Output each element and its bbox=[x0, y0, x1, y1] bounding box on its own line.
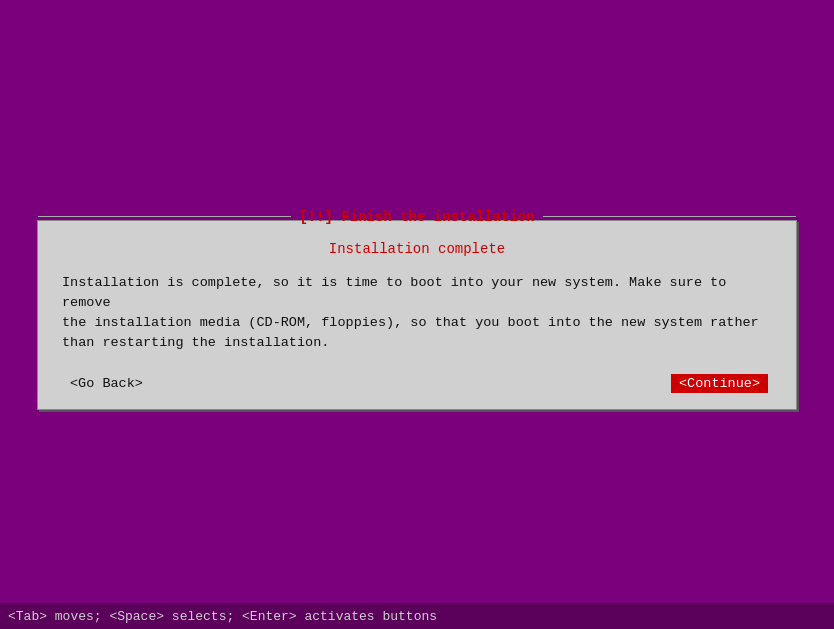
go-back-button[interactable]: <Go Back> bbox=[66, 374, 147, 393]
status-bar: <Tab> moves; <Space> selects; <Enter> ac… bbox=[0, 603, 834, 629]
dialog-subtitle: Installation complete bbox=[62, 241, 772, 257]
title-line-left bbox=[38, 216, 291, 217]
continue-button[interactable]: <Continue> bbox=[671, 374, 768, 393]
finish-installation-dialog: [!!] Finish the installation Installatio… bbox=[37, 220, 797, 410]
title-line-right bbox=[543, 216, 796, 217]
status-bar-text: <Tab> moves; <Space> selects; <Enter> ac… bbox=[8, 609, 437, 624]
dialog-body: Installation complete Installation is co… bbox=[38, 221, 796, 409]
dialog-title-bar: [!!] Finish the installation bbox=[38, 209, 796, 225]
dialog-buttons: <Go Back> <Continue> bbox=[62, 374, 772, 393]
dialog-message: Installation is complete, so it is time … bbox=[62, 273, 772, 354]
dialog-title: [!!] Finish the installation bbox=[295, 209, 538, 225]
